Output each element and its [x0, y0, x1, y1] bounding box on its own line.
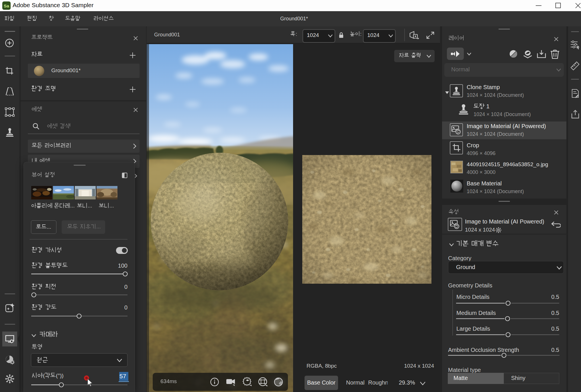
svg-text:Sa: Sa: [4, 3, 9, 8]
